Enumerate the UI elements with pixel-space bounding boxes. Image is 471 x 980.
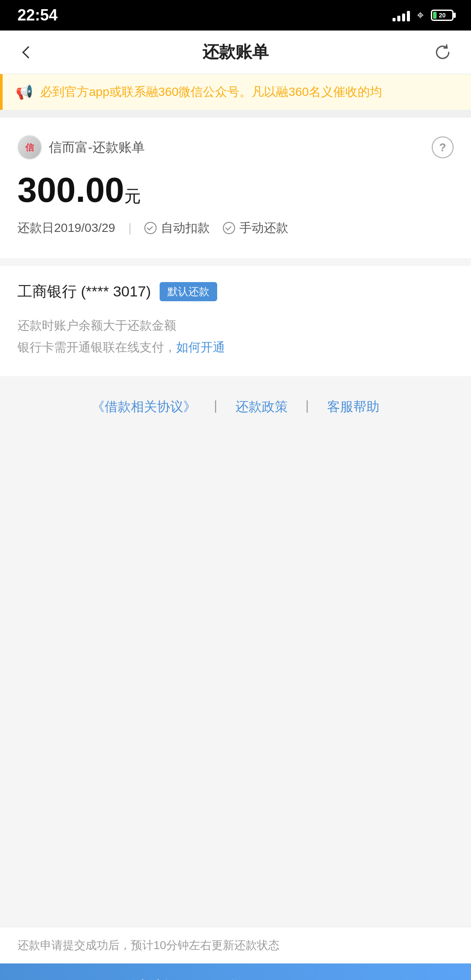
- bank-row: 工商银行 (**** 3017) 默认还款: [17, 282, 454, 302]
- status-icons: ⌖ 20: [392, 8, 454, 23]
- continue-repay-button[interactable]: 继续还款（已还1223.04元）: [0, 963, 471, 980]
- back-arrow-icon: [22, 46, 34, 58]
- amount-unit: 元: [124, 187, 141, 205]
- links-row: 《借款相关协议》 丨 还款政策 丨 客服帮助: [0, 376, 471, 416]
- gray-fill: [0, 416, 471, 927]
- bank-notes: 还款时账户余额大于还款金额 银行卡需开通银联在线支付，如何开通: [17, 315, 454, 359]
- bank-name: 工商银行 (**** 3017): [17, 282, 151, 302]
- back-button[interactable]: [17, 41, 39, 63]
- provider-logo: 信: [17, 135, 42, 160]
- status-bar: 22:54 ⌖ 20: [0, 0, 471, 31]
- help-button[interactable]: ?: [432, 136, 454, 158]
- refresh-icon: [433, 43, 452, 61]
- status-time: 22:54: [17, 6, 58, 24]
- warning-icon: 📢: [16, 84, 33, 100]
- auto-deduct: 自动扣款: [144, 220, 210, 236]
- provider-name: 信而富-还款账单: [49, 139, 145, 157]
- battery-icon: 20: [431, 10, 454, 21]
- manual-repay: 手动还款: [223, 220, 288, 236]
- bottom-note-text: 还款申请提交成功后，预计10分钟左右更新还款状态: [17, 939, 280, 952]
- provider-row: 信 信而富-还款账单 ?: [17, 135, 454, 160]
- amount-row: 300.00元: [17, 173, 454, 208]
- amount-value: 300.00: [17, 170, 124, 209]
- customer-support-link[interactable]: 客服帮助: [327, 398, 379, 416]
- how-to-enable-link[interactable]: 如何开通: [176, 340, 225, 354]
- check-circle-icon-2: [223, 222, 235, 234]
- bank-note-1: 还款时账户余额大于还款金额: [17, 315, 454, 337]
- gray-area: 《借款相关协议》 丨 还款政策 丨 客服帮助: [0, 376, 471, 927]
- check-circle-icon: [144, 222, 157, 234]
- wifi-icon: ⌖: [417, 8, 424, 23]
- link-sep-1: 丨: [209, 398, 222, 416]
- bank-note-2: 银行卡需开通银联在线支付，如何开通: [17, 337, 454, 358]
- warning-text: 必到官方app或联系融360微信公众号。凡以融360名义催收的均: [40, 84, 382, 100]
- signal-icon: [392, 9, 410, 21]
- provider-left: 信 信而富-还款账单: [17, 135, 145, 160]
- section-divider: [0, 258, 471, 266]
- bottom-note: 还款申请提交成功后，预计10分钟左右更新还款状态: [0, 927, 471, 963]
- content-area: 信 信而富-还款账单 ? 300.00元 还款日2019/03/29 | 自动扣…: [0, 110, 471, 980]
- due-date: 还款日2019/03/29: [17, 220, 115, 236]
- loan-card: 信 信而富-还款账单 ? 300.00元 还款日2019/03/29 | 自动扣…: [0, 118, 471, 258]
- cta-label: 继续还款（已还1223.04元）: [131, 977, 340, 980]
- refresh-button[interactable]: [432, 41, 454, 63]
- default-badge: 默认还款: [160, 282, 217, 301]
- bank-section: 工商银行 (**** 3017) 默认还款 还款时账户余额大于还款金额 银行卡需…: [0, 266, 471, 376]
- warning-banner: 📢 必到官方app或联系融360微信公众号。凡以融360名义催收的均: [0, 74, 471, 110]
- loan-agreement-link[interactable]: 《借款相关协议》: [92, 398, 196, 416]
- link-sep-2: 丨: [301, 398, 314, 416]
- nav-bar: 还款账单: [0, 31, 471, 74]
- meta-row: 还款日2019/03/29 | 自动扣款 手动还款: [17, 220, 454, 236]
- repay-policy-link[interactable]: 还款政策: [236, 398, 288, 416]
- page-title: 还款账单: [202, 41, 269, 63]
